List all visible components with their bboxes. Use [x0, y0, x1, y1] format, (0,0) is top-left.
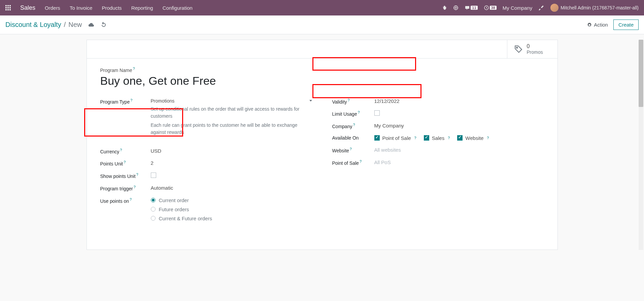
label-show-points: Show points Unit?	[100, 171, 151, 179]
activities-badge: 38	[490, 6, 497, 10]
help-icon[interactable]: ?	[134, 185, 136, 189]
content-area: 0 Promos Program Name? Buy one, Get one …	[0, 40, 644, 250]
row-use-points: Use points on? Current order Future orde…	[100, 196, 312, 225]
stat-label: Promos	[527, 49, 543, 55]
sheet-body: Program Name? Buy one, Get one Free Prog…	[87, 59, 557, 250]
label-limit-usage: Limit Usage?	[332, 109, 374, 117]
label-website: Website?	[332, 146, 374, 153]
value-program-trigger[interactable]: Automatic	[151, 184, 312, 191]
program-name-label: Program Name?	[100, 67, 544, 73]
discard-icon[interactable]	[101, 22, 107, 28]
action-dropdown[interactable]: Action	[587, 22, 608, 28]
help-text-2: Each rule can grant points to the custom…	[151, 122, 312, 136]
check-pos[interactable]: Point of Sale?	[374, 135, 416, 141]
checkbox-limit-usage[interactable]	[374, 110, 380, 116]
tools-icon[interactable]	[538, 5, 544, 11]
help-icon[interactable]: ?	[124, 160, 126, 164]
control-panel: Discount & Loyalty / New Action Create	[0, 15, 644, 34]
row-pos: Point of Sale? All PoS	[332, 158, 544, 166]
help-icon[interactable]: ?	[348, 98, 350, 102]
topbar: Sales Orders To Invoice Products Reporti…	[0, 0, 644, 15]
help-icon[interactable]: ?	[120, 148, 122, 152]
help-icon[interactable]: ?	[133, 67, 135, 71]
row-limit-usage: Limit Usage?	[332, 109, 544, 117]
help-icon[interactable]: ?	[350, 147, 352, 151]
support-icon[interactable]	[453, 5, 459, 10]
help-icon[interactable]: ?	[448, 136, 450, 140]
nav-products[interactable]: Products	[102, 5, 122, 11]
form-col-right: Validity? 12/12/2022 Limit Usage? Compan…	[332, 97, 544, 229]
select-program-type[interactable]: Promotions	[151, 97, 312, 104]
form-sheet: 0 Promos Program Name? Buy one, Get one …	[87, 40, 558, 250]
value-validity[interactable]: 12/12/2022	[374, 97, 544, 104]
form-grid: Program Type? Promotions Set up conditio…	[100, 97, 544, 229]
radio-current-order[interactable]: Current order	[151, 197, 312, 203]
row-program-trigger: Program trigger? Automatic	[100, 184, 312, 191]
topbar-left: Sales Orders To Invoice Products Reporti…	[5, 4, 193, 11]
row-currency: Currency? USD	[100, 147, 312, 154]
value-points-unit[interactable]: 2	[151, 159, 312, 166]
control-panel-right: Action Create	[587, 20, 639, 30]
program-name-value[interactable]: Buy one, Get one Free	[100, 74, 544, 87]
messages-icon[interactable]: 11	[465, 5, 477, 10]
chevron-down-icon	[309, 100, 312, 102]
label-pos: Point of Sale?	[332, 158, 374, 166]
activities-icon[interactable]: 38	[484, 5, 497, 10]
help-icon[interactable]: ?	[414, 136, 416, 140]
help-icon[interactable]: ?	[360, 159, 362, 163]
help-text-1: Set up conditional rules on the order th…	[151, 106, 312, 120]
nav-to-invoice[interactable]: To Invoice	[70, 5, 93, 11]
row-program-type: Program Type? Promotions Set up conditio…	[100, 97, 312, 136]
label-program-type: Program Type?	[100, 97, 151, 105]
help-icon[interactable]: ?	[136, 173, 138, 177]
label-program-trigger: Program trigger?	[100, 184, 151, 191]
user-menu[interactable]: Mitchell Admin (21768757-master-all)	[550, 4, 639, 12]
scrollbar-thumb[interactable]	[639, 40, 643, 107]
checkbox-icon	[457, 135, 463, 141]
svg-point-3	[516, 47, 517, 48]
stat-promos-button[interactable]: 0 Promos	[507, 40, 557, 58]
radio-icon	[151, 198, 156, 202]
checkbox-icon	[424, 135, 429, 141]
radio-icon	[151, 216, 156, 221]
help-icon[interactable]: ?	[358, 110, 360, 114]
stat-value: 0	[527, 43, 543, 49]
row-show-points: Show points Unit?	[100, 171, 312, 179]
label-validity: Validity?	[332, 97, 374, 105]
debug-icon[interactable]	[442, 5, 447, 10]
value-company[interactable]: My Company	[374, 121, 544, 128]
checkbox-show-points[interactable]	[151, 173, 156, 178]
available-on-checks: Point of Sale? Sales? Website?	[374, 134, 544, 141]
stat-text: 0 Promos	[527, 43, 543, 55]
value-website[interactable]: All websites	[374, 146, 544, 153]
avatar-icon	[550, 4, 558, 12]
value-currency[interactable]: USD	[151, 147, 312, 154]
gear-icon	[587, 23, 592, 27]
row-validity: Validity? 12/12/2022	[332, 97, 544, 105]
company-selector[interactable]: My Company	[503, 5, 532, 11]
nav-configuration[interactable]: Configuration	[163, 5, 193, 11]
row-website: Website? All websites	[332, 146, 544, 153]
messages-badge: 11	[471, 6, 477, 10]
label-company: Company?	[332, 121, 374, 129]
help-icon[interactable]: ?	[130, 197, 132, 201]
svg-point-1	[455, 7, 456, 8]
check-website[interactable]: Website?	[457, 135, 489, 141]
help-icon[interactable]: ?	[130, 98, 132, 102]
save-cloud-icon[interactable]	[88, 22, 95, 28]
nav-orders[interactable]: Orders	[45, 5, 60, 11]
breadcrumb-parent[interactable]: Discount & Loyalty	[5, 21, 61, 29]
app-name[interactable]: Sales	[20, 4, 35, 11]
value-pos[interactable]: All PoS	[374, 158, 544, 165]
radio-future-orders[interactable]: Future orders	[151, 206, 312, 212]
create-button[interactable]: Create	[613, 20, 639, 30]
help-icon[interactable]: ?	[487, 136, 489, 140]
help-icon[interactable]: ?	[353, 123, 355, 127]
topbar-right: 11 38 My Company Mitchell Admin (2176875…	[442, 4, 639, 12]
apps-menu-icon[interactable]	[5, 5, 11, 10]
form-col-left: Program Type? Promotions Set up conditio…	[100, 97, 312, 229]
label-points-unit: Points Unit?	[100, 159, 151, 166]
radio-current-future-orders[interactable]: Current & Future orders	[151, 216, 312, 221]
check-sales[interactable]: Sales?	[424, 135, 450, 141]
nav-reporting[interactable]: Reporting	[131, 5, 153, 11]
